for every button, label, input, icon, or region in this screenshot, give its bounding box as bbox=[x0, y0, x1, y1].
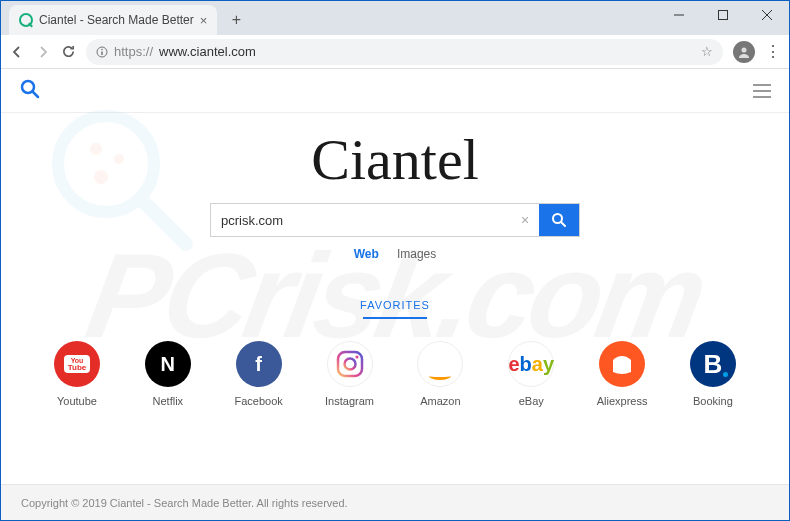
svg-point-19 bbox=[355, 355, 358, 358]
tab-images[interactable]: Images bbox=[397, 247, 436, 261]
reload-button[interactable] bbox=[61, 44, 76, 59]
search-input[interactable] bbox=[211, 204, 511, 236]
url-host: www.ciantel.com bbox=[159, 44, 256, 59]
favorite-label: Amazon bbox=[420, 395, 460, 407]
browser-tab[interactable]: Ciantel - Search Made Better × bbox=[9, 5, 217, 35]
page-content: PCrisk.com Ciantel × Web Images FAVORITE… bbox=[1, 69, 789, 520]
window-minimize-button[interactable] bbox=[657, 1, 701, 29]
favorites-grid: YouTube Youtube N Netflix f Facebook Ins… bbox=[1, 319, 789, 407]
topbar-search-icon[interactable] bbox=[19, 78, 41, 104]
instagram-icon bbox=[327, 341, 373, 387]
window-maximize-button[interactable] bbox=[701, 1, 745, 29]
site-topbar bbox=[1, 69, 789, 113]
bookmark-star-icon[interactable]: ☆ bbox=[701, 44, 713, 59]
favorite-youtube[interactable]: YouTube Youtube bbox=[49, 341, 105, 407]
profile-button[interactable] bbox=[733, 41, 755, 63]
tab-web[interactable]: Web bbox=[354, 247, 379, 261]
youtube-icon: YouTube bbox=[54, 341, 100, 387]
window-close-button[interactable] bbox=[745, 1, 789, 29]
back-button[interactable] bbox=[9, 44, 25, 60]
browser-titlebar: Ciantel - Search Made Better × + bbox=[1, 1, 789, 35]
svg-point-6 bbox=[101, 48, 103, 50]
favorite-amazon[interactable]: a Amazon bbox=[412, 341, 468, 407]
svg-rect-17 bbox=[338, 352, 362, 376]
tab-close-icon[interactable]: × bbox=[200, 13, 208, 28]
search-box: × bbox=[210, 203, 580, 237]
search-button[interactable] bbox=[539, 204, 579, 236]
aliexpress-icon bbox=[599, 341, 645, 387]
favorite-booking[interactable]: B Booking bbox=[685, 341, 741, 407]
page-footer: Copyright © 2019 Ciantel - Search Made B… bbox=[1, 484, 789, 520]
favorite-aliexpress[interactable]: Aliexpress bbox=[594, 341, 650, 407]
url-bar[interactable]: https://www.ciantel.com ☆ bbox=[86, 39, 723, 65]
favorite-ebay[interactable]: ebay eBay bbox=[503, 341, 559, 407]
svg-point-20 bbox=[617, 357, 619, 359]
forward-button[interactable] bbox=[35, 44, 51, 60]
tab-favicon-icon bbox=[19, 13, 33, 27]
favorites-header: FAVORITES bbox=[1, 299, 789, 319]
hamburger-menu-icon[interactable] bbox=[753, 84, 771, 98]
svg-point-18 bbox=[344, 359, 355, 370]
favorite-label: Aliexpress bbox=[597, 395, 648, 407]
browser-toolbar: https://www.ciantel.com ☆ ⋮ bbox=[1, 35, 789, 69]
favorite-label: Instagram bbox=[325, 395, 374, 407]
svg-line-16 bbox=[561, 222, 565, 226]
favorite-label: Booking bbox=[693, 395, 733, 407]
facebook-icon: f bbox=[236, 341, 282, 387]
search-tabs: Web Images bbox=[1, 247, 789, 261]
favorite-instagram[interactable]: Instagram bbox=[322, 341, 378, 407]
amazon-icon: a bbox=[417, 341, 463, 387]
favorite-label: Facebook bbox=[235, 395, 283, 407]
netflix-icon: N bbox=[145, 341, 191, 387]
new-tab-button[interactable]: + bbox=[223, 7, 249, 33]
svg-point-7 bbox=[742, 47, 747, 52]
favorite-label: eBay bbox=[519, 395, 544, 407]
svg-rect-1 bbox=[719, 11, 728, 20]
svg-line-9 bbox=[141, 199, 186, 244]
svg-line-14 bbox=[33, 92, 38, 97]
site-logo: Ciantel bbox=[1, 131, 789, 189]
booking-icon: B bbox=[690, 341, 736, 387]
favorite-facebook[interactable]: f Facebook bbox=[231, 341, 287, 407]
favorite-label: Youtube bbox=[57, 395, 97, 407]
site-info-icon bbox=[96, 46, 108, 58]
search-icon bbox=[551, 212, 567, 228]
favorite-label: Netflix bbox=[153, 395, 184, 407]
ebay-icon: ebay bbox=[508, 341, 554, 387]
favorite-netflix[interactable]: N Netflix bbox=[140, 341, 196, 407]
url-protocol: https:// bbox=[114, 44, 153, 59]
browser-menu-button[interactable]: ⋮ bbox=[765, 42, 781, 61]
svg-point-21 bbox=[625, 357, 627, 359]
clear-search-icon[interactable]: × bbox=[511, 204, 539, 236]
tab-title: Ciantel - Search Made Better bbox=[39, 13, 194, 27]
